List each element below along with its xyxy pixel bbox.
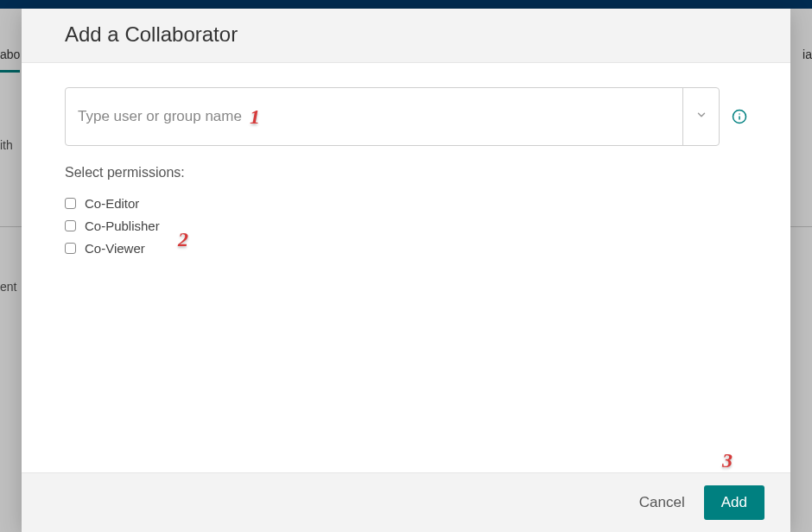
co-viewer-checkbox[interactable] (65, 243, 76, 254)
user-group-input[interactable] (66, 88, 682, 145)
info-icon[interactable] (732, 109, 747, 124)
permission-label: Co-Publisher (85, 218, 160, 233)
modal-overlay: Add a Collaborator Select permissions: (0, 0, 812, 532)
user-group-combobox[interactable] (65, 87, 720, 146)
permission-item: Co-Publisher (65, 218, 747, 233)
dialog-header: Add a Collaborator (22, 9, 790, 63)
cancel-button[interactable]: Cancel (639, 494, 685, 511)
dialog-title: Add a Collaborator (65, 22, 747, 47)
combobox-toggle[interactable] (682, 88, 719, 145)
dialog-footer: Cancel Add (22, 472, 790, 532)
permission-item: Co-Viewer (65, 241, 747, 256)
permission-label: Co-Editor (85, 196, 139, 211)
add-button[interactable]: Add (704, 485, 764, 520)
permissions-label: Select permissions: (65, 165, 747, 180)
co-editor-checkbox[interactable] (65, 198, 76, 209)
permission-item: Co-Editor (65, 196, 747, 211)
add-collaborator-dialog: Add a Collaborator Select permissions: (22, 9, 790, 532)
permissions-list: Co-Editor Co-Publisher Co-Viewer (65, 196, 747, 256)
search-row (65, 87, 747, 146)
co-publisher-checkbox[interactable] (65, 220, 76, 231)
chevron-down-icon (695, 109, 707, 124)
permission-label: Co-Viewer (85, 241, 145, 256)
dialog-body: Select permissions: Co-Editor Co-Publish… (22, 63, 790, 472)
